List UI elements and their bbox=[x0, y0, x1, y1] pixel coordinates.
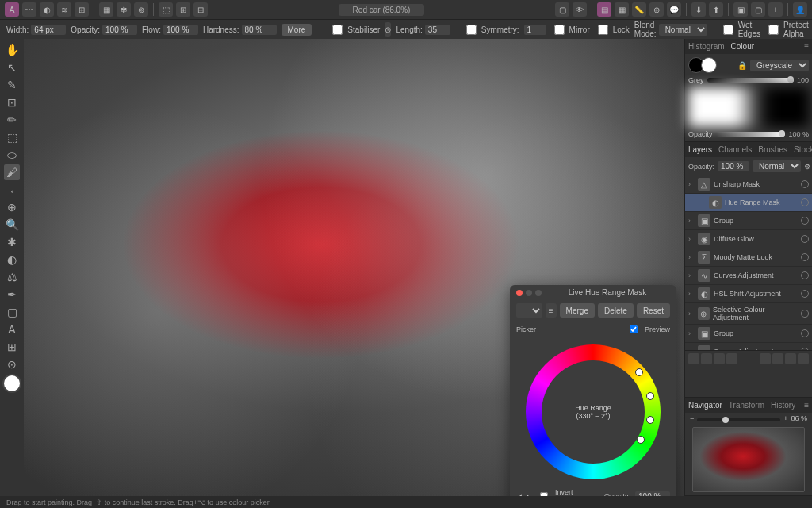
view-icon[interactable]: ▢ bbox=[555, 2, 569, 17]
canvas[interactable]: Live Hue Range Mask ≡ Merge Delete Reset… bbox=[24, 39, 684, 496]
filters-icon[interactable]: ⊚ bbox=[134, 2, 148, 17]
falloff-icon[interactable]: ◢ bbox=[516, 492, 522, 496]
hue-wheel[interactable]: Hue Range(330° – 2°) bbox=[526, 344, 661, 479]
tab-navigator[interactable]: Navigator bbox=[688, 399, 722, 411]
visibility-icon[interactable] bbox=[801, 348, 809, 350]
stabiliser-checkbox[interactable] bbox=[332, 25, 343, 35]
layer-row[interactable]: ›⊕Selective Colour Adjustment bbox=[685, 303, 812, 325]
delete-button[interactable]: Delete bbox=[598, 303, 634, 318]
persona-develop-icon[interactable]: ◐ bbox=[40, 2, 54, 17]
selection-icon[interactable]: ⬚ bbox=[159, 2, 173, 17]
group-icon[interactable]: ▣ bbox=[733, 2, 748, 17]
clone-tool[interactable]: ⊕ bbox=[4, 199, 20, 215]
tab-channels[interactable]: Channels bbox=[718, 144, 752, 156]
reset-button[interactable]: Reset bbox=[637, 303, 670, 318]
panel-menu-icon[interactable]: ≡ bbox=[804, 401, 809, 410]
persona-tone-icon[interactable]: ≋ bbox=[57, 2, 71, 17]
ruler-icon[interactable]: 📏 bbox=[632, 2, 646, 17]
opacity-input[interactable] bbox=[102, 25, 137, 35]
adjustments-icon[interactable]: ✾ bbox=[117, 2, 131, 17]
secondary-swatch[interactable] bbox=[701, 57, 717, 73]
flow-input[interactable] bbox=[163, 25, 198, 35]
lock-layer-icon[interactable] bbox=[760, 353, 771, 364]
assistant-icon[interactable]: ⊕ bbox=[649, 2, 664, 17]
group-layer-icon[interactable] bbox=[772, 353, 783, 364]
protect-checkbox[interactable] bbox=[768, 25, 779, 35]
zoom-tool[interactable]: 🔍 bbox=[4, 217, 20, 233]
hue-handle-start[interactable] bbox=[635, 368, 643, 376]
blendmode-select[interactable]: Normal bbox=[659, 24, 707, 36]
tab-histogram[interactable]: Histogram bbox=[688, 40, 725, 52]
app-icon[interactable]: A bbox=[5, 2, 19, 17]
tab-history[interactable]: History bbox=[771, 399, 795, 411]
retouch-tool[interactable]: ⚖ bbox=[4, 269, 20, 285]
selection-add-icon[interactable]: ⊞ bbox=[176, 2, 190, 17]
adjustment-icon[interactable] bbox=[701, 353, 712, 364]
navigator-preview[interactable] bbox=[692, 427, 805, 492]
layer-row[interactable]: ›∿Curves Adjustment bbox=[685, 343, 812, 350]
tab-colour[interactable]: Colour bbox=[731, 40, 754, 52]
maximize-icon[interactable] bbox=[535, 290, 542, 296]
layers-opacity-input[interactable] bbox=[718, 161, 749, 171]
mirror-checkbox[interactable] bbox=[554, 25, 565, 35]
visibility-icon[interactable] bbox=[801, 198, 809, 206]
hand-tool[interactable]: ✋ bbox=[4, 42, 20, 58]
grid-icon[interactable]: ▦ bbox=[615, 2, 629, 17]
tab-stock[interactable]: Stock bbox=[794, 144, 812, 156]
zoom-slider[interactable] bbox=[697, 418, 780, 421]
tab-transform[interactable]: Transform bbox=[729, 399, 764, 411]
rectangle-tool[interactable]: ▢ bbox=[4, 304, 20, 320]
layer-row[interactable]: ›◉Diffuse Glow bbox=[685, 230, 812, 248]
dlg-opacity-input[interactable] bbox=[635, 491, 670, 497]
pen-tool[interactable]: ✒ bbox=[4, 287, 20, 302]
layer-row[interactable]: ›∿Curves Adjustment bbox=[685, 267, 812, 285]
layer-row[interactable]: ›◐HSL Shift Adjustment bbox=[685, 285, 812, 303]
hue-handle-mid[interactable] bbox=[646, 392, 654, 400]
lock-checkbox[interactable] bbox=[598, 25, 608, 35]
snap-icon[interactable]: ▤ bbox=[597, 2, 611, 17]
tab-layers[interactable]: Layers bbox=[688, 144, 712, 156]
expand-icon[interactable]: › bbox=[688, 329, 695, 337]
layers-blend-select[interactable]: Normal bbox=[753, 160, 801, 172]
visibility-icon[interactable] bbox=[801, 290, 809, 298]
layer-row[interactable]: ›ΣMoody Matte Look bbox=[685, 248, 812, 267]
symmetry-input[interactable] bbox=[524, 25, 546, 35]
rope-mode-icon[interactable]: ⊙ bbox=[385, 22, 391, 37]
fx-icon[interactable] bbox=[714, 353, 725, 364]
tab-brushes[interactable]: Brushes bbox=[758, 144, 787, 156]
move-tool[interactable]: ↖ bbox=[4, 60, 20, 75]
paint-brush-tool[interactable]: 🖌 bbox=[4, 164, 20, 180]
mesh-tool[interactable]: ⊞ bbox=[4, 339, 20, 355]
visibility-icon[interactable] bbox=[801, 271, 809, 279]
visibility-icon[interactable] bbox=[801, 180, 809, 188]
colour-opacity-slider[interactable] bbox=[716, 132, 786, 137]
visibility-icon[interactable] bbox=[801, 235, 809, 243]
minimize-icon[interactable] bbox=[526, 290, 532, 296]
inpaint-tool[interactable]: ✱ bbox=[4, 234, 20, 250]
dodge-tool[interactable]: ◐ bbox=[4, 252, 20, 267]
hardness-input[interactable] bbox=[242, 25, 277, 35]
arrange-front-icon[interactable]: ⬆ bbox=[709, 2, 723, 17]
expand-icon[interactable]: › bbox=[688, 271, 695, 279]
layer-row[interactable]: ◐Hue Range Mask bbox=[685, 194, 812, 212]
eyedropper-tool[interactable]: ⊙ bbox=[4, 356, 20, 372]
document-title[interactable]: Red car (86.0%) bbox=[339, 4, 425, 16]
expand-icon[interactable]: › bbox=[688, 217, 695, 225]
expand-icon[interactable]: › bbox=[688, 348, 695, 350]
selection-sub-icon[interactable]: ⊟ bbox=[193, 2, 208, 17]
visibility-icon[interactable] bbox=[801, 217, 809, 225]
layer-row[interactable]: ›▣Group bbox=[685, 212, 812, 230]
visibility-icon[interactable] bbox=[801, 329, 809, 337]
more-button[interactable]: More bbox=[282, 24, 312, 36]
expand-icon[interactable]: › bbox=[688, 253, 695, 261]
colour-picker-tool[interactable]: ✎ bbox=[4, 77, 20, 93]
crop-icon[interactable] bbox=[726, 353, 737, 364]
add-layer-icon[interactable] bbox=[785, 353, 796, 364]
flood-tool[interactable]: ⬭ bbox=[4, 147, 20, 163]
layer-row[interactable]: ›△Unsharp Mask bbox=[685, 175, 812, 194]
merge-button[interactable]: Merge bbox=[560, 303, 595, 318]
selection-brush-tool[interactable]: ✏ bbox=[4, 112, 20, 128]
delete-layer-icon[interactable] bbox=[798, 353, 809, 364]
preset-select[interactable] bbox=[516, 303, 542, 318]
persona-export-icon[interactable]: ⊞ bbox=[75, 2, 89, 17]
